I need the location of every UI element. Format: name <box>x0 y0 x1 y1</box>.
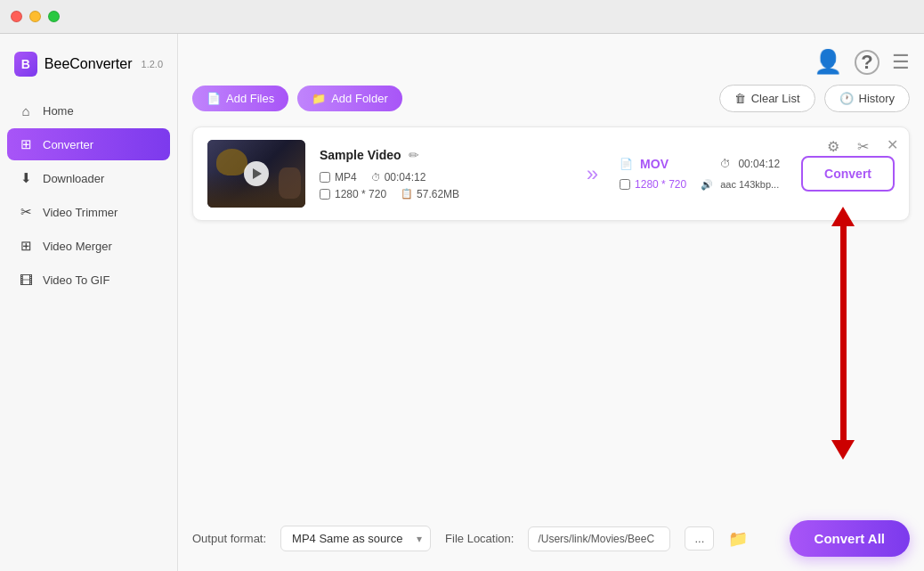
maximize-button[interactable] <box>48 11 60 22</box>
add-files-icon: 📄 <box>207 92 221 105</box>
resolution-checkbox[interactable]: 1280 * 720 <box>320 188 386 200</box>
output-clock-icon: ⏱ <box>720 158 731 170</box>
output-duration: 00:04:12 <box>738 158 780 170</box>
app-name: BeeConverter <box>45 56 133 72</box>
arrow-up-shaft <box>840 226 847 280</box>
file-info: Sample Video ✏ MP4 ⏱ 00:04:12 <box>320 148 565 200</box>
sidebar-item-label: Downloader <box>43 172 104 185</box>
dots-button[interactable]: ... <box>685 526 714 551</box>
conversion-arrow: » <box>580 161 605 186</box>
file-size-icon: 📋 <box>401 188 413 200</box>
clear-list-label: Clear List <box>751 92 800 105</box>
output-format-label: Output format: <box>192 532 266 545</box>
arrow-down-head <box>831 440 855 460</box>
sidebar: B BeeConverter 1.2.0 ⌂ Home ⊞ Converter … <box>0 34 178 571</box>
convert-all-button[interactable]: Convert All <box>790 520 910 557</box>
menu-icon-button[interactable]: ☰ <box>892 51 910 74</box>
format-checkbox-input[interactable] <box>320 172 330 183</box>
arrow-down-shaft <box>840 280 847 440</box>
double-arrow-icon: » <box>587 161 598 186</box>
play-button[interactable] <box>244 161 269 186</box>
input-duration: 00:04:12 <box>385 171 426 184</box>
input-resolution: 1280 * 720 <box>335 188 386 200</box>
app-version: 1.2.0 <box>142 59 163 69</box>
output-resolution: 1280 * 720 <box>635 178 686 191</box>
title-bar <box>0 0 924 34</box>
history-button[interactable]: 🕐 History <box>824 85 910 112</box>
user-icon-button[interactable]: 👤 <box>814 48 842 76</box>
sidebar-nav: ⌂ Home ⊞ Converter ⬇ Downloader ✂ Video … <box>0 94 177 298</box>
merger-icon: ⊞ <box>18 238 34 254</box>
file-card: Sample Video ✏ MP4 ⏱ 00:04:12 <box>192 126 910 221</box>
output-format-row: 📄 MOV ⏱ 00:04:12 <box>620 157 780 171</box>
top-header: 👤 ? ☰ <box>192 48 910 76</box>
output-res-checkbox-input[interactable] <box>620 179 630 190</box>
clock-icon: ⏱ <box>371 172 381 183</box>
downloader-icon: ⬇ <box>18 170 34 186</box>
trimmer-icon: ✂ <box>18 204 34 220</box>
clear-list-button[interactable]: 🗑 Clear List <box>719 85 815 112</box>
settings-icon-button[interactable]: ⚙ <box>823 136 844 157</box>
output-res-checkbox[interactable]: 1280 * 720 <box>620 178 686 191</box>
bottom-bar: Output format: MP4 Same as source File L… <box>192 506 910 557</box>
folder-icon-button[interactable]: 📁 <box>728 529 748 549</box>
trash-icon: 🗑 <box>734 92 746 105</box>
sidebar-item-video-merger[interactable]: ⊞ Video Merger <box>7 230 170 262</box>
format-checkbox[interactable]: MP4 <box>320 171 357 184</box>
sidebar-item-label: Video Merger <box>43 240 112 253</box>
file-name-row: Sample Video ✏ <box>320 148 565 162</box>
convert-section: Convert <box>801 156 895 192</box>
file-meta-row-1: MP4 ⏱ 00:04:12 <box>320 171 565 184</box>
sidebar-item-home[interactable]: ⌂ Home <box>7 94 170 126</box>
size-item: 📋 57.62MB <box>401 188 459 200</box>
convert-button[interactable]: Convert <box>801 156 895 192</box>
close-card-button[interactable]: ✕ <box>887 136 898 153</box>
app-container: B BeeConverter 1.2.0 ⌂ Home ⊞ Converter … <box>0 34 924 571</box>
add-files-button[interactable]: 📄 Add Files <box>192 86 288 111</box>
toolbar: 📄 Add Files 📁 Add Folder 🗑 Clear List 🕐 … <box>192 85 910 112</box>
file-meta-row-2: 1280 * 720 📋 57.62MB <box>320 188 565 200</box>
file-location-label: File Location: <box>445 532 514 545</box>
history-label: History <box>859 92 895 105</box>
add-folder-icon: 📁 <box>312 92 326 105</box>
format-select-wrapper: MP4 Same as source <box>280 526 431 551</box>
scissors-icon-button[interactable]: ✂ <box>853 136 873 157</box>
file-name: Sample Video <box>320 148 401 162</box>
help-icon-button[interactable]: ? <box>855 50 879 75</box>
close-button[interactable] <box>11 11 22 22</box>
card-actions: ⚙ ✂ <box>823 136 873 157</box>
file-meta: MP4 ⏱ 00:04:12 1280 * 720 <box>320 171 565 200</box>
play-triangle <box>253 168 262 179</box>
sidebar-item-label: Video Trimmer <box>43 206 118 219</box>
output-format-icon: 📄 <box>620 158 633 170</box>
output-resolution-row: 1280 * 720 🔊 aac 143kbp... <box>620 178 780 191</box>
resolution-checkbox-input[interactable] <box>320 189 330 200</box>
audio-icon: 🔊 <box>701 179 713 191</box>
app-logo: B <box>14 52 37 77</box>
format-select[interactable]: MP4 Same as source <box>280 526 431 551</box>
add-files-label: Add Files <box>226 92 274 105</box>
history-icon: 🕐 <box>839 92 854 105</box>
minimize-button[interactable] <box>29 11 41 22</box>
home-icon: ⌂ <box>18 102 34 118</box>
sidebar-item-video-to-gif[interactable]: 🎞 Video To GIF <box>7 264 170 296</box>
sidebar-item-label: Converter <box>43 138 93 151</box>
sidebar-item-label: Video To GIF <box>43 273 109 287</box>
duration-item: ⏱ 00:04:12 <box>371 171 426 184</box>
red-arrow-annotation <box>831 207 855 460</box>
output-audio: aac 143kbp... <box>720 179 779 190</box>
add-folder-button[interactable]: 📁 Add Folder <box>297 86 402 111</box>
sidebar-item-converter[interactable]: ⊞ Converter <box>7 128 170 160</box>
app-logo-area: B BeeConverter 1.2.0 <box>0 43 177 94</box>
edit-icon[interactable]: ✏ <box>409 148 419 162</box>
converter-icon: ⊞ <box>18 136 34 152</box>
video-thumbnail[interactable] <box>207 140 305 208</box>
sidebar-item-downloader[interactable]: ⬇ Downloader <box>7 162 170 194</box>
add-folder-label: Add Folder <box>331 92 388 105</box>
location-input[interactable] <box>528 526 670 551</box>
main-inner: Sample Video ✏ MP4 ⏱ 00:04:12 <box>192 126 910 506</box>
sidebar-item-video-trimmer[interactable]: ✂ Video Trimmer <box>7 196 170 228</box>
main-content: 👤 ? ☰ 📄 Add Files 📁 Add Folder 🗑 Clear L… <box>178 34 924 571</box>
output-format: MOV <box>640 157 669 171</box>
gif-icon: 🎞 <box>18 272 34 288</box>
